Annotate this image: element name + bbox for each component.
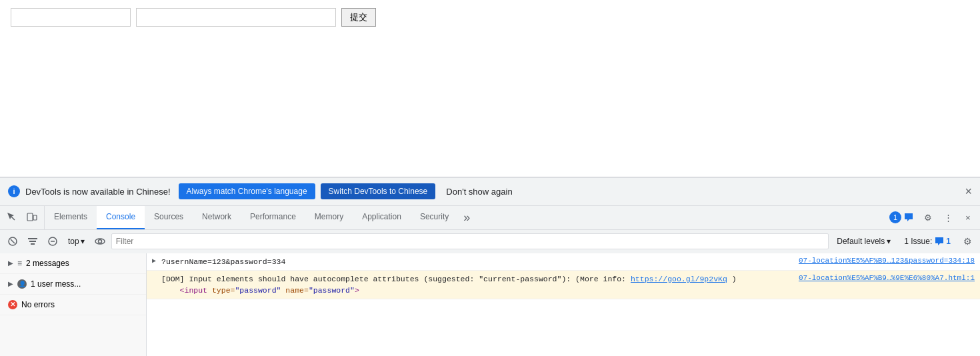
sidebar-no-errors[interactable]: ✕ No errors	[0, 295, 146, 315]
tab-application[interactable]: Application	[353, 206, 411, 229]
filter-sidebar-button[interactable]	[24, 233, 41, 250]
dont-show-again-button[interactable]: Don't show again	[441, 183, 517, 200]
svg-rect-6	[31, 243, 35, 245]
devtools-notification-bar: i DevTools is now available in Chinese! …	[0, 177, 980, 205]
clear-console-button[interactable]	[4, 233, 21, 250]
input-field-1[interactable]	[11, 8, 131, 27]
context-dropdown-icon: ▾	[81, 237, 85, 246]
code-attr-name-name: name=	[281, 286, 308, 295]
log-content-1: ?usernName=123&password=334	[161, 256, 793, 267]
svg-rect-1	[33, 215, 37, 220]
error-icon: ✕	[8, 300, 17, 309]
tabs-right-controls: 1 ⚙ ⋮ ×	[883, 206, 980, 229]
issues-button[interactable]: 1 Issue: 1	[899, 235, 956, 248]
chat-badge: 1	[889, 211, 901, 223]
default-levels-label: Default levels	[837, 237, 885, 246]
log-content-2: [DOM] Input elements should have autocom…	[161, 273, 793, 297]
chat-badge-button[interactable]: 1	[885, 209, 917, 226]
issues-label: 1 Issue:	[904, 237, 932, 246]
warning-link[interactable]: https://goo.gl/9p2vKq	[631, 275, 727, 283]
svg-rect-5	[29, 241, 36, 242]
input-field-2[interactable]	[136, 8, 336, 27]
console-messages-area: ▶ ≡ 2 messages ▶ 👤 1 user mess... ✕ No e…	[0, 253, 980, 356]
code-attr-name-val: "password"	[309, 286, 355, 295]
default-levels-button[interactable]: Default levels ▾	[831, 235, 896, 248]
devtools-panel: i DevTools is now available in Chinese! …	[0, 177, 980, 356]
messages-list-icon: ≡	[17, 259, 22, 268]
notification-message: DevTools is now available in Chinese!	[25, 187, 171, 197]
svg-rect-4	[28, 238, 37, 239]
issues-chat-badge: 1	[946, 237, 951, 246]
eye-button[interactable]	[91, 233, 109, 250]
expand-icon-2: ▶	[8, 280, 13, 287]
submit-button[interactable]: 提交	[341, 8, 376, 27]
console-sidebar: ▶ ≡ 2 messages ▶ 👤 1 user mess... ✕ No e…	[0, 253, 147, 356]
code-attr-type-name: type=	[212, 286, 235, 295]
tab-elements[interactable]: Elements	[45, 206, 97, 229]
devtools-tabs-bar: Elements Console Sources Network Perform…	[0, 205, 980, 229]
log-entry-1: ▶ ?usernName=123&password=334 07-locatio…	[147, 253, 980, 271]
close-devtools-button[interactable]: ×	[959, 208, 977, 227]
no-errors-label: No errors	[21, 300, 55, 309]
tab-security[interactable]: Security	[411, 206, 458, 229]
page-content: 提交	[0, 0, 980, 177]
info-icon: i	[8, 185, 20, 197]
context-label: top	[68, 237, 79, 246]
log-expand-icon-1[interactable]: ▶	[152, 256, 161, 265]
log-expand-icon-2[interactable]	[152, 273, 161, 274]
console-settings-button[interactable]: ⚙	[959, 233, 976, 250]
expand-icon: ▶	[8, 259, 13, 267]
sidebar-all-messages[interactable]: ▶ ≡ 2 messages	[0, 253, 146, 274]
sidebar-user-messages[interactable]: ▶ 👤 1 user mess...	[0, 274, 146, 295]
console-filter-input[interactable]	[111, 233, 829, 249]
code-tag-close: >	[355, 286, 359, 295]
more-options-button[interactable]: ⋮	[939, 208, 957, 227]
user-icon: 👤	[17, 279, 27, 289]
log-location-2[interactable]: 07-location%E5%AF%B9…%9E%E6%80%A7.html:1	[799, 273, 975, 282]
user-messages-label: 1 user mess...	[31, 279, 81, 289]
svg-point-10	[98, 240, 101, 243]
tab-network[interactable]: Network	[193, 206, 241, 229]
device-emulation-icon[interactable]	[23, 208, 41, 227]
more-tabs-button[interactable]: »	[458, 206, 475, 229]
svg-rect-0	[27, 213, 33, 221]
notification-close-button[interactable]: ×	[965, 185, 972, 197]
console-log-area: ▶ ?usernName=123&password=334 07-locatio…	[147, 253, 980, 356]
switch-to-chinese-button[interactable]: Switch DevTools to Chinese	[321, 183, 436, 199]
element-picker-icon[interactable]	[3, 208, 21, 227]
stop-recording-button[interactable]	[44, 233, 61, 250]
all-messages-label: 2 messages	[26, 259, 69, 268]
console-toolbar: top ▾ Default levels ▾ 1 Issue: 1 ⚙	[0, 229, 980, 253]
warning-mid: (suggested: "current-password"): (More i…	[423, 275, 631, 283]
default-levels-dropdown-icon: ▾	[887, 237, 891, 246]
code-tag-open: <input	[180, 286, 212, 295]
tabs-list: Elements Console Sources Network Perform…	[45, 206, 883, 229]
tab-console[interactable]: Console	[97, 206, 145, 229]
tab-sources[interactable]: Sources	[145, 206, 193, 229]
settings-icon-button[interactable]: ⚙	[919, 208, 937, 227]
log-location-1[interactable]: 07-location%E5%AF%B9…123&password=334:18	[799, 256, 975, 265]
code-attr-type-val: "password"	[235, 286, 281, 295]
always-match-language-button[interactable]: Always match Chrome's language	[179, 183, 315, 199]
svg-line-3	[11, 239, 15, 243]
context-dropdown[interactable]: top ▾	[64, 235, 89, 248]
warning-prefix: [DOM] Input elements should have autocom…	[161, 275, 419, 283]
tab-icon-group	[0, 206, 45, 229]
warning-suffix: )	[732, 275, 737, 283]
tab-performance[interactable]: Performance	[241, 206, 305, 229]
tab-memory[interactable]: Memory	[305, 206, 353, 229]
log-entry-2: [DOM] Input elements should have autocom…	[147, 271, 980, 300]
